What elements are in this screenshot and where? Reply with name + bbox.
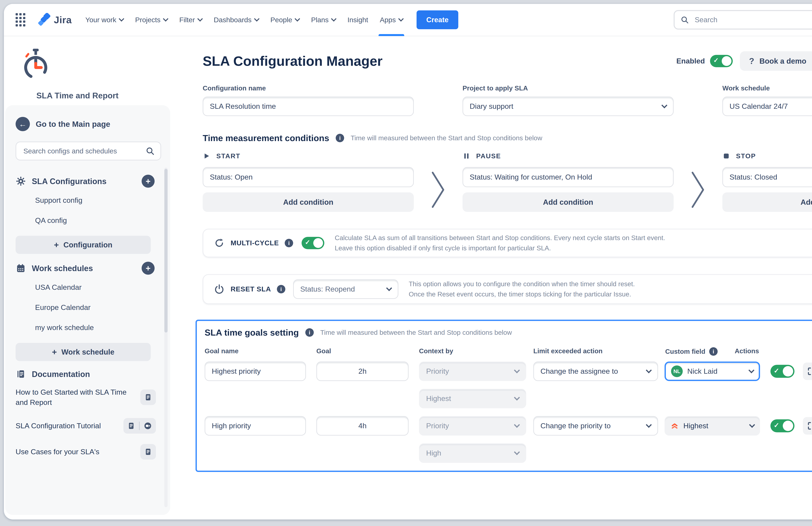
info-icon[interactable]: i [305,328,314,337]
goals-title: SLA time goals setting [205,327,299,337]
check-icon: ✓ [713,57,719,64]
add-configuration-icon-button[interactable]: + [142,175,155,188]
top-navigation: Jira Your work Projects Filter Dashboard… [4,4,812,36]
add-configuration-button[interactable]: + Configuration [16,236,151,254]
multi-cycle-card: MULTI-CYCLE i ✓ Calculate SLA as sum of … [203,229,812,257]
back-to-main-link[interactable]: ← Go to the Main page [16,117,161,131]
start-condition-field[interactable]: Status: Open [203,167,414,187]
goal-name-input[interactable] [205,362,306,381]
custom-field-toggle[interactable]: ✓ [770,419,795,432]
goal-row-1: Priority Change the assignee to NL Nick … [205,362,812,381]
document-icon [144,393,152,401]
nav-item-plans[interactable]: Plans [305,4,342,36]
chevron-down-icon [163,16,169,21]
chevron-down-icon [646,422,652,428]
stop-condition-field[interactable]: Status: Closed [722,167,812,187]
jira-logo[interactable]: Jira [37,13,72,27]
sidebar-search-input[interactable] [22,146,145,156]
stop-icon [722,152,730,160]
doc-item-use-cases[interactable]: Use Cases for your SLA's [16,439,161,465]
context-by-select[interactable]: Priority [419,416,526,436]
project-select[interactable]: Diary support [463,97,673,116]
chevron-down-icon [514,449,520,455]
sidebar-scrollbar-thumb[interactable] [164,169,168,333]
goal-row-2: Priority Change the priority to Highest [205,416,812,436]
documents-icon [16,369,26,379]
work-schedules-header: Work schedules + [16,262,161,275]
info-icon[interactable]: i [285,239,293,247]
multi-cycle-toggle[interactable]: ✓ [302,237,324,249]
nav-item-your-work[interactable]: Your work [79,4,129,36]
nav-item-filter[interactable]: Filter [173,4,208,36]
context-value-select[interactable]: Highest [419,389,526,408]
nav-item-projects[interactable]: Projects [129,4,173,36]
info-icon[interactable]: i [336,134,344,142]
info-icon[interactable]: i [277,285,285,293]
doc-badge[interactable] [140,444,156,459]
nav-item-people[interactable]: People [264,4,305,36]
gear-icon [16,176,26,186]
sidebar-item-qa-config[interactable]: QA config [16,210,161,231]
video-icon [144,422,152,430]
sla-time-goals-section: SLA time goals setting i Time will measu… [195,320,812,472]
expand-icon [807,366,812,376]
nav-item-insight[interactable]: Insight [342,4,374,36]
info-icon[interactable]: i [709,347,717,356]
reset-sla-description: This option allows you to configure the … [409,279,635,299]
chevron-down-icon [662,102,667,108]
app-switcher-icon[interactable] [16,13,25,27]
calendar-icon [16,263,26,273]
nav-item-dashboards[interactable]: Dashboards [208,4,264,36]
goal-value-input[interactable] [316,416,409,436]
create-button[interactable]: Create [417,10,458,29]
app-title: SLA Time and Report [37,91,118,100]
app-window: Jira Your work Projects Filter Dashboard… [4,4,812,520]
nav-item-apps[interactable]: Apps [374,4,409,36]
enabled-toggle[interactable]: ✓ [710,55,733,67]
chevron-down-icon [254,16,260,21]
pause-condition-column: PAUSE Status: Waiting for customer, On H… [463,152,673,212]
sidebar-item-support-config[interactable]: Support config [16,190,161,210]
reset-sla-select[interactable]: Status: Reopend [293,279,398,299]
doc-item-configuration-tutorial[interactable]: SLA Configuration Tutorial [16,413,161,439]
chevron-down-icon [749,422,755,428]
sidebar-panel: ← Go to the Main page SLA Configurations [5,105,170,515]
limit-action-select[interactable]: Change the assignee to [533,362,658,381]
start-add-condition-button[interactable]: Add condition [203,192,414,212]
context-value-select[interactable]: High [419,443,526,463]
pause-condition-field[interactable]: Status: Waiting for customer, On Hold [463,167,673,187]
sidebar-item-my-work-schedule[interactable]: my work schedule [16,318,161,338]
chevron-down-icon [514,395,520,401]
brand-name: Jira [54,14,72,26]
goal-name-input[interactable] [205,416,306,436]
limit-action-select[interactable]: Change the priority to [533,416,658,436]
chevron-down-icon [331,16,336,21]
doc-video-badges[interactable] [124,418,156,434]
doc-badge[interactable] [140,390,156,405]
configuration-name-input[interactable] [203,97,414,116]
priority-value-select[interactable]: Highest [665,416,760,436]
doc-item-get-started[interactable]: How to Get Started with SLA Time and Rep… [16,382,161,413]
custom-field-toggle[interactable]: ✓ [770,365,795,378]
expand-button[interactable] [803,363,812,380]
sidebar-item-usa-calendar[interactable]: USA Calendar [16,277,161,297]
priority-highest-icon [670,422,679,430]
documentation-header: Documentation [16,369,161,379]
work-schedule-select[interactable]: US Calendar 24/7 [722,97,812,116]
book-demo-button[interactable]: ? Book a demo [740,51,812,71]
search-icon [145,146,155,156]
pause-add-condition-button[interactable]: Add condition [463,192,673,212]
context-by-select[interactable]: Priority [419,362,526,381]
goal-value-input[interactable] [316,362,409,381]
chevron-down-icon [197,16,203,21]
assignee-select[interactable]: NL Nick Laid [665,362,760,381]
sidebar-item-europe-calendar[interactable]: Europe Calendar [16,297,161,318]
stop-add-condition-button[interactable]: Add condition [722,192,812,212]
add-work-schedule-button[interactable]: + Work schedule [16,343,151,361]
plus-icon: + [52,347,57,357]
document-icon [127,422,135,430]
add-schedule-icon-button[interactable]: + [142,262,155,275]
expand-button[interactable] [803,417,812,435]
global-search-input[interactable] [694,15,812,25]
sla-configurations-header: SLA Configurations + [16,175,161,188]
